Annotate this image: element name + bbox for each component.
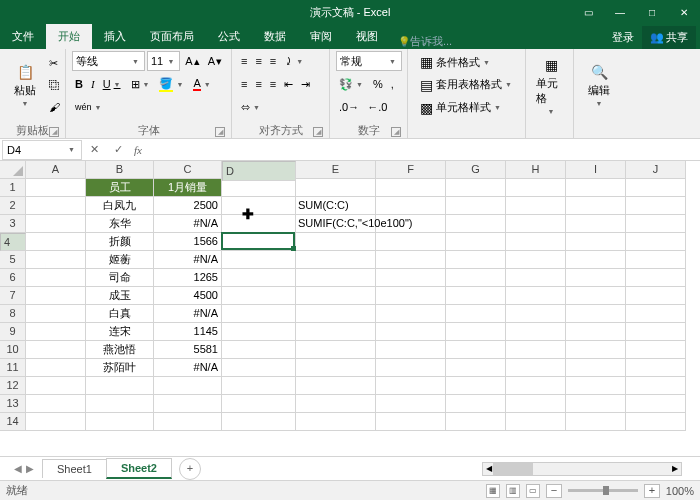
zoom-slider[interactable]: [568, 489, 638, 492]
cell-B3[interactable]: 东华: [86, 215, 154, 233]
cell-G11[interactable]: [446, 359, 506, 377]
cell-I2[interactable]: [566, 197, 626, 215]
col-header-D[interactable]: D: [222, 161, 296, 181]
cell-F6[interactable]: [376, 269, 446, 287]
cell-G13[interactable]: [446, 395, 506, 413]
align-middle-button[interactable]: ≡: [252, 51, 264, 71]
name-box[interactable]: D4▼: [2, 140, 82, 160]
cell-A1[interactable]: [26, 179, 86, 197]
cell-B6[interactable]: 司命: [86, 269, 154, 287]
cell-B7[interactable]: 成玉: [86, 287, 154, 305]
column-headers[interactable]: ABCDEFGHIJ: [26, 161, 700, 179]
cell-F10[interactable]: [376, 341, 446, 359]
tab-view[interactable]: 视图: [344, 24, 390, 49]
cell-G14[interactable]: [446, 413, 506, 431]
row-headers[interactable]: 1234567891011121314: [0, 179, 26, 431]
cell-B2[interactable]: 白凤九: [86, 197, 154, 215]
cell-G6[interactable]: [446, 269, 506, 287]
cell-C11[interactable]: #N/A: [154, 359, 222, 377]
login-button[interactable]: 登录: [604, 26, 642, 49]
col-header-C[interactable]: C: [154, 161, 222, 179]
horizontal-scrollbar[interactable]: ◀▶: [482, 462, 682, 476]
cell-G1[interactable]: [446, 179, 506, 197]
cell-D9[interactable]: [222, 323, 296, 341]
cell-C3[interactable]: #N/A: [154, 215, 222, 233]
orientation-button[interactable]: ⤸▼: [281, 51, 308, 71]
cell-B13[interactable]: [86, 395, 154, 413]
cell-E10[interactable]: [296, 341, 376, 359]
cell-H7[interactable]: [506, 287, 566, 305]
cell-F2[interactable]: [376, 197, 446, 215]
fx-icon[interactable]: fx: [130, 144, 146, 156]
cell-E3[interactable]: SUMIF(C:C,"<10e100"): [296, 215, 376, 233]
cell-A4[interactable]: [26, 233, 86, 251]
cell-F12[interactable]: [376, 377, 446, 395]
cells-button[interactable]: ▦单元格▼: [532, 51, 570, 119]
align-right-button[interactable]: ≡: [267, 74, 279, 94]
worksheet-grid[interactable]: ABCDEFGHIJ 1234567891011121314 员工1月销量白凤九…: [0, 161, 700, 456]
cell-B4[interactable]: 折颜: [86, 233, 154, 251]
cell-H10[interactable]: [506, 341, 566, 359]
cell-B8[interactable]: 白真: [86, 305, 154, 323]
paste-button[interactable]: 📋 粘贴 ▼: [6, 51, 44, 119]
cell-C14[interactable]: [154, 413, 222, 431]
increase-decimal-button[interactable]: .0→: [336, 97, 362, 117]
cell-B14[interactable]: [86, 413, 154, 431]
cell-C10[interactable]: 5581: [154, 341, 222, 359]
font-color-button[interactable]: A▼: [190, 74, 215, 94]
cell-D13[interactable]: [222, 395, 296, 413]
cell-D14[interactable]: [222, 413, 296, 431]
cell-style-button[interactable]: ▩单元格样式▼: [414, 98, 519, 118]
cell-D3[interactable]: [222, 215, 296, 233]
tab-data[interactable]: 数据: [252, 24, 298, 49]
cell-E7[interactable]: [296, 287, 376, 305]
cell-A7[interactable]: [26, 287, 86, 305]
zoom-in-button[interactable]: +: [644, 484, 660, 498]
cell-C8[interactable]: #N/A: [154, 305, 222, 323]
cell-I1[interactable]: [566, 179, 626, 197]
format-painter-button[interactable]: 🖌: [46, 97, 63, 117]
cell-E13[interactable]: [296, 395, 376, 413]
cell-D12[interactable]: [222, 377, 296, 395]
col-header-A[interactable]: A: [26, 161, 86, 179]
enter-formula-icon[interactable]: ✓: [106, 143, 130, 156]
close-icon[interactable]: ✕: [668, 0, 700, 24]
number-format-select[interactable]: 常规▼: [336, 51, 402, 71]
cell-B9[interactable]: 连宋: [86, 323, 154, 341]
indent-dec-button[interactable]: ⇤: [281, 74, 296, 94]
cell-A9[interactable]: [26, 323, 86, 341]
cell-G9[interactable]: [446, 323, 506, 341]
align-dialog-icon[interactable]: ◢: [313, 127, 323, 137]
cell-G4[interactable]: [446, 233, 506, 251]
cell-J2[interactable]: [626, 197, 686, 215]
cell-B12[interactable]: [86, 377, 154, 395]
col-header-E[interactable]: E: [296, 161, 376, 179]
cell-C12[interactable]: [154, 377, 222, 395]
cell-E9[interactable]: [296, 323, 376, 341]
cell-G7[interactable]: [446, 287, 506, 305]
row-header-9[interactable]: 9: [0, 323, 26, 341]
cell-D10[interactable]: [222, 341, 296, 359]
cell-H9[interactable]: [506, 323, 566, 341]
row-header-10[interactable]: 10: [0, 341, 26, 359]
cell-I6[interactable]: [566, 269, 626, 287]
share-button[interactable]: 👥 共享: [642, 26, 696, 49]
align-top-button[interactable]: ≡: [238, 51, 250, 71]
col-header-F[interactable]: F: [376, 161, 446, 179]
cell-G10[interactable]: [446, 341, 506, 359]
font-dialog-icon[interactable]: ◢: [215, 127, 225, 137]
row-header-5[interactable]: 5: [0, 251, 26, 269]
cell-D6[interactable]: [222, 269, 296, 287]
cell-J6[interactable]: [626, 269, 686, 287]
cell-E11[interactable]: [296, 359, 376, 377]
cell-A6[interactable]: [26, 269, 86, 287]
row-header-4[interactable]: 4: [0, 233, 26, 251]
view-break-icon[interactable]: ▭: [526, 484, 540, 498]
sheet-tab-2[interactable]: Sheet2: [106, 458, 172, 479]
cell-I8[interactable]: [566, 305, 626, 323]
bold-button[interactable]: B: [72, 74, 86, 94]
font-size-select[interactable]: 11▼: [147, 51, 180, 71]
cell-J3[interactable]: [626, 215, 686, 233]
cell-F1[interactable]: [376, 179, 446, 197]
row-header-12[interactable]: 12: [0, 377, 26, 395]
